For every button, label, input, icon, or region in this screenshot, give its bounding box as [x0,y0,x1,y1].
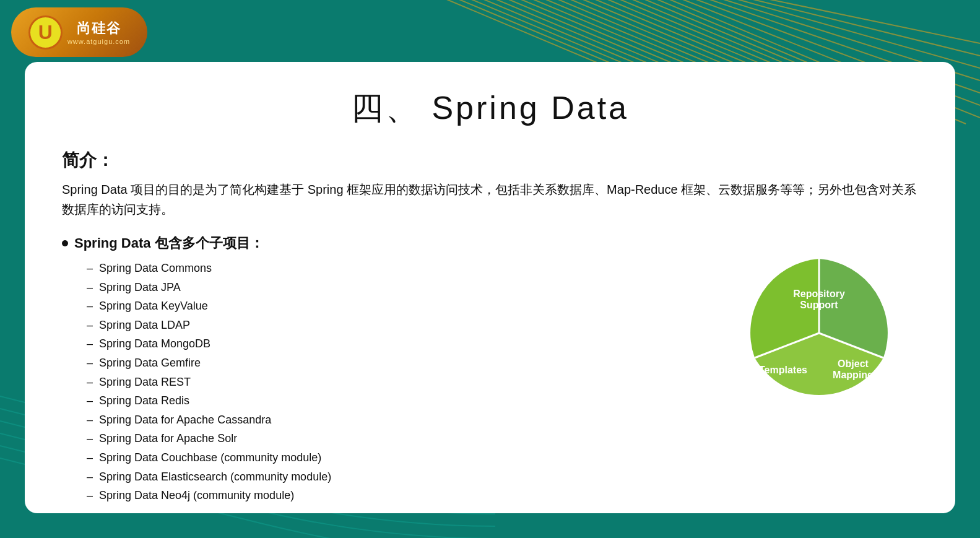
svg-line-23 [718,0,980,68]
list-item: Spring Data JPA [87,278,695,297]
slide-title: 四、 Spring Data [62,87,918,130]
list-item: Spring Data Elasticsearch (community mod… [87,467,695,487]
list-item: Spring Data Commons [87,259,695,278]
svg-text:Support: Support [800,300,838,310]
pie-chart: Repository Support Object Mapping Templa… [732,246,906,420]
sub-items-list: Spring Data CommonsSpring Data JPASpring… [62,259,695,505]
content-area: Spring Data 包含多个子项目： Spring Data Commons… [62,234,918,505]
list-item: Spring Data for Apache Cassandra [87,410,695,430]
logo-u-letter: U [28,15,63,50]
list-item: Spring Data Couchbase (community module) [87,448,695,467]
main-content-card: 四、 Spring Data 简介： Spring Data 项目的目的是为了简… [25,62,955,513]
svg-line-24 [731,0,980,56]
intro-text: Spring Data 项目的目的是为了简化构建基于 Spring 框架应用的数… [62,180,918,219]
logo-area: U 尚硅谷 www.atguigu.com [11,7,147,57]
list-item: Spring Data for Apache Solr [87,429,695,448]
svg-text:Object: Object [838,358,869,369]
logo-box: U 尚硅谷 www.atguigu.com [11,7,147,57]
bullet-main: Spring Data 包含多个子项目： [62,234,695,253]
list-item: Spring Data Redis [87,391,695,410]
svg-text:Repository: Repository [793,289,845,299]
svg-line-25 [743,0,980,43]
bullet-dot-icon [62,240,68,246]
list-item: Spring Data LDAP [87,316,695,335]
intro-title: 简介： [62,149,918,172]
list-item: Spring Data Neo4j (community module) [87,486,695,505]
logo-chinese-text: 尚硅谷 [77,19,121,38]
svg-text:Templates: Templates [759,365,807,375]
list-area: Spring Data 包含多个子项目： Spring Data Commons… [62,234,695,505]
list-item: Spring Data Gemfire [87,354,695,373]
svg-text:Mapping: Mapping [833,370,874,380]
chart-area: Repository Support Object Mapping Templa… [720,234,918,420]
list-item: Spring Data KeyValue [87,297,695,316]
list-item: Spring Data MongoDB [87,334,695,354]
list-item: Spring Data REST [87,373,695,392]
logo-url: www.atguigu.com [67,38,130,45]
